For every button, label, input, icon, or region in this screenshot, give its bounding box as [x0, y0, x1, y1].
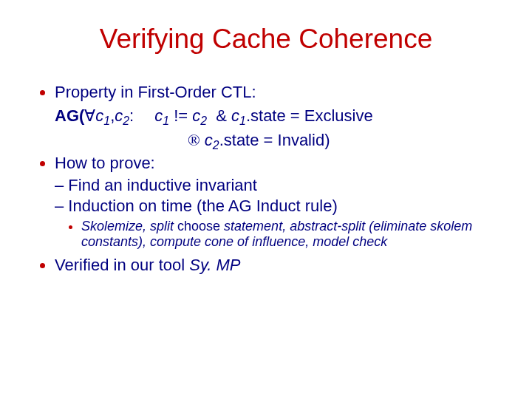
sub-1a: 1 [103, 115, 110, 127]
induction-post: rule) [301, 197, 338, 215]
forall-symbol: ∀ [84, 106, 95, 125]
bullet-list: Property in First-Order CTL: [30, 83, 502, 102]
sub-bullet-invariant: Find an inductive invariant [55, 176, 502, 195]
state-exclusive: .state = Exclusive [246, 106, 373, 125]
bullet-list-2: How to prove: [30, 154, 502, 173]
sub-2b: 2 [200, 115, 207, 127]
state-invalid: .state = Invalid) [219, 131, 330, 149]
verified-pre: Verified in our tool [55, 256, 189, 274]
sub-1c: 1 [239, 115, 246, 127]
tool-name: Sy. MP [189, 256, 240, 274]
slide-title: Verifying Cache Coherence [30, 24, 502, 55]
bullet-howto: How to prove: [55, 154, 502, 173]
var-c1c: c [231, 106, 239, 125]
sub-2c: 2 [213, 139, 219, 151]
steps-pre: Skolemize, split [81, 219, 177, 233]
var-c2: c [115, 106, 123, 125]
sub-2a: 2 [123, 115, 129, 127]
var-c2c: c [205, 131, 213, 149]
bullet-verified: Verified in our tool Sy. MP [55, 256, 502, 275]
ne-op: != [174, 106, 188, 125]
amp-op: & [216, 106, 227, 125]
sub-bullet-induction: Induction on time (the AG Induct rule) [55, 197, 502, 216]
colon: : [129, 106, 134, 125]
ag-op: AG( [55, 106, 84, 125]
var-c2b: c [192, 106, 200, 125]
slide: Verifying Cache Coherence Property in Fi… [0, 0, 532, 399]
var-c1: c [95, 106, 103, 125]
choose-keyword: choose [177, 219, 220, 233]
var-c1b: c [154, 106, 163, 125]
bullet-property: Property in First-Order CTL: [55, 83, 502, 102]
sub-sub-bullet-list: Skolemize, split choose statement, abstr… [30, 219, 502, 250]
formula-line-1: AG(∀c1,c2:c1 != c2 & c1.state = Exclusiv… [55, 105, 502, 129]
induction-pre: Induction on time (the [68, 197, 228, 215]
sub-sub-bullet-steps: Skolemize, split choose statement, abstr… [81, 219, 502, 250]
ag-induct-rule: AG Induct [228, 197, 301, 215]
formula-line-2: ® c2.state = Invalid) [188, 129, 502, 154]
sub-1b: 1 [163, 115, 169, 127]
implies-symbol: ® [188, 131, 200, 149]
bullet-list-3: Verified in our tool Sy. MP [30, 256, 502, 275]
sub-bullet-list: Find an inductive invariant Induction on… [30, 176, 502, 216]
